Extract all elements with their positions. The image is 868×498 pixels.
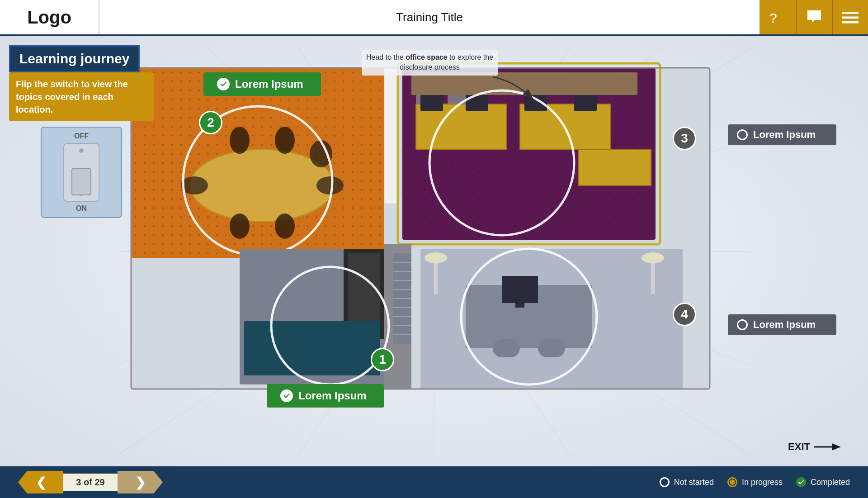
svg-rect-65 xyxy=(244,321,380,375)
exit-area[interactable]: EXIT xyxy=(788,441,841,453)
location-1-badge[interactable]: 1 xyxy=(371,348,394,371)
not-started-label: Not started xyxy=(674,478,714,487)
svg-rect-1 xyxy=(842,12,859,14)
location-4-badge[interactable]: 4 xyxy=(673,303,696,326)
location-3-badge[interactable]: 3 xyxy=(673,127,696,150)
svg-rect-47 xyxy=(574,95,597,111)
location-3-radio xyxy=(737,129,748,140)
office-annotation: Head to the office space to explore thed… xyxy=(362,50,498,76)
svg-point-29 xyxy=(316,176,344,194)
main-content: Learning journey Flip the switch to view… xyxy=(0,36,868,466)
exit-text: EXIT xyxy=(788,441,810,453)
legend-not-started: Not started xyxy=(660,477,714,487)
prev-icon: ❮ xyxy=(36,475,46,490)
switch-dot-left xyxy=(79,148,84,153)
page-indicator: 3 of 29 xyxy=(63,474,118,491)
completed-icon xyxy=(796,477,806,487)
location-4-label[interactable]: Lorem Ipsum xyxy=(728,314,836,335)
svg-point-34 xyxy=(310,140,332,167)
left-panel: Learning journey Flip the switch to view… xyxy=(9,45,154,218)
legend-completed: Completed xyxy=(796,477,850,487)
completed-label: Completed xyxy=(811,478,850,487)
location-2-text: Lorem Ipsum xyxy=(235,78,303,90)
location-2-label[interactable]: Lorem Ipsum xyxy=(203,72,321,96)
location-4-radio xyxy=(737,319,748,330)
header-buttons: ? xyxy=(760,0,868,34)
svg-rect-44 xyxy=(420,95,443,111)
svg-rect-70 xyxy=(515,303,524,308)
flip-instruction: Flip the switch to view the topics cover… xyxy=(9,72,154,121)
chat-button[interactable] xyxy=(796,0,832,34)
floor-map xyxy=(104,59,737,398)
svg-rect-69 xyxy=(502,276,538,303)
prev-button[interactable]: ❮ xyxy=(18,471,63,493)
location-1-text: Lorem Ipsum xyxy=(298,389,367,402)
footer: ❮ 3 of 29 ❯ Not started In progress Comp… xyxy=(0,466,868,498)
location-4-text: Lorem Ipsum xyxy=(753,319,816,331)
next-button[interactable]: ❯ xyxy=(118,471,163,493)
location-3-label[interactable]: Lorem Ipsum xyxy=(728,124,836,145)
svg-rect-72 xyxy=(538,339,565,357)
svg-rect-43 xyxy=(579,149,651,185)
svg-point-33 xyxy=(275,213,295,239)
nav-controls: ❮ 3 of 29 ❯ xyxy=(18,471,163,493)
location-2-check xyxy=(217,78,230,90)
svg-rect-71 xyxy=(493,339,520,357)
svg-point-30 xyxy=(230,127,250,154)
exit-arrow xyxy=(814,441,841,452)
in-progress-label: In progress xyxy=(742,478,783,487)
learning-journey-title: Learning journey xyxy=(9,45,140,72)
help-button[interactable]: ? xyxy=(760,0,796,34)
svg-point-32 xyxy=(230,213,250,239)
svg-point-74 xyxy=(425,252,447,263)
location-3-text: Lorem Ipsum xyxy=(753,129,816,141)
in-progress-icon xyxy=(727,477,737,487)
header: Logo Training Title ? xyxy=(0,0,868,36)
location-1-check xyxy=(280,389,293,402)
training-title: Training Title xyxy=(99,10,760,24)
location-2-badge[interactable]: 2 xyxy=(199,111,222,134)
not-started-icon xyxy=(660,477,670,487)
menu-button[interactable] xyxy=(832,0,868,34)
switch-on-label: ON xyxy=(76,204,87,213)
svg-marker-82 xyxy=(832,443,841,451)
svg-rect-3 xyxy=(842,21,859,24)
logo: Logo xyxy=(0,0,99,34)
legend: Not started In progress Completed xyxy=(660,477,850,487)
location-1-label[interactable]: Lorem Ipsum xyxy=(267,384,384,408)
next-icon: ❯ xyxy=(135,475,146,490)
switch-knob[interactable] xyxy=(71,168,91,195)
legend-in-progress: In progress xyxy=(727,477,783,487)
svg-point-76 xyxy=(642,252,664,263)
svg-rect-36 xyxy=(384,68,398,204)
svg-rect-2 xyxy=(842,17,859,19)
switch-off-label: OFF xyxy=(74,132,89,140)
annotation-arrow xyxy=(488,72,542,109)
switch-body[interactable] xyxy=(63,143,99,202)
svg-point-31 xyxy=(275,127,295,154)
svg-text:?: ? xyxy=(769,10,777,25)
switch-panel[interactable]: OFF ON xyxy=(41,127,122,218)
